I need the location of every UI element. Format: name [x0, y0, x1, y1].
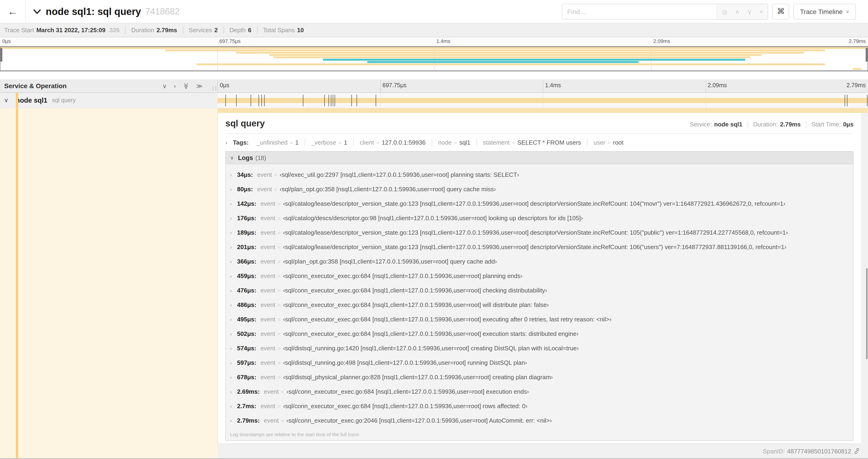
expand-all-double-chevron-right-icon[interactable]: ≫: [196, 82, 203, 89]
log-timestamp: 366μs:: [237, 258, 256, 265]
next-result-chevron-down-icon[interactable]: ∨: [747, 8, 752, 15]
column-resize-handle[interactable]: [213, 86, 216, 91]
minimap-right-scrubber-handle[interactable]: [866, 48, 868, 62]
tags-row[interactable]: › Tags: _unfinished=1_verbose=1client=12…: [225, 139, 854, 146]
duration-value: 2.79ms: [780, 121, 801, 128]
clear-find-close-icon[interactable]: ×: [759, 8, 763, 15]
log-field-key: event: [260, 402, 275, 409]
timeline-column-header: Service & Operation ∨ › ≫ ≫ 0μs697.75μs1…: [0, 79, 868, 93]
duration-value: 2.79ms: [157, 27, 177, 34]
log-field-key: event: [260, 243, 275, 251]
log-field-key: event: [260, 200, 275, 207]
tag-key: client: [360, 139, 374, 146]
log-equals: =: [281, 389, 284, 394]
log-field-key: event: [257, 171, 272, 178]
tag-item: _verbose=1: [305, 139, 353, 146]
span-row[interactable]: ∨ node sql1 sql query: [0, 93, 868, 108]
collapse-children-chevron-down-icon[interactable]: ∨: [4, 97, 8, 104]
minimap-span-rows: [0, 47, 868, 70]
ruler-tick-label: 1.4ms: [545, 82, 561, 89]
log-marker-tick: [351, 95, 352, 106]
log-row[interactable]: ›476μs:event=‹sql/conn_executor_exec.go:…: [226, 283, 853, 298]
log-row[interactable]: ›189μs:event=‹sql/catalog/lease/descript…: [226, 225, 853, 240]
log-row[interactable]: ›366μs:event=‹sql/plan_opt.go:358 [nsql1…: [226, 254, 853, 269]
link-icon[interactable]: [854, 448, 860, 454]
collapse-trace-chevron-down-icon[interactable]: [33, 9, 41, 14]
ruler-tick-label: 697.75μs: [219, 38, 241, 44]
log-row[interactable]: ›2.79ms:event=‹sql/conn_executor_exec.go…: [226, 413, 853, 428]
log-timestamp: 34μs:: [237, 171, 253, 178]
detail-left-column: [0, 113, 217, 459]
trace-view-selector-button[interactable]: Trace Timeline ∨: [794, 3, 856, 19]
log-row[interactable]: ›459μs:event=‹sql/conn_executor_exec.go:…: [226, 269, 853, 283]
log-field-value: ‹sql/plan_opt.go:358 [nsql1,client=127.0…: [283, 258, 497, 265]
total-spans-label: Total Spans: [263, 27, 295, 34]
ruler-tick-label: 2.79ms: [849, 38, 866, 44]
log-row[interactable]: ›597μs:event=‹sql/distsql_running.go:498…: [226, 355, 853, 370]
log-row[interactable]: ›486μs:event=‹sql/conn_executor_exec.go:…: [226, 298, 853, 312]
tag-key: statement: [483, 139, 509, 146]
log-row[interactable]: ›34μs:event=‹sql/exec_util.go:2297 [nsql…: [226, 167, 853, 182]
minimap-left-scrubber-handle[interactable]: [0, 48, 2, 62]
chevron-right-icon: ›: [230, 403, 237, 409]
log-row[interactable]: ›574μs:event=‹sql/distsql_running.go:142…: [226, 341, 853, 355]
tag-equals: =: [608, 140, 611, 145]
log-marker-tick: [847, 95, 847, 106]
find-input[interactable]: [563, 4, 717, 19]
top-bar: ← node sql1: sql query 7418682 ◎ ∧ ∨ × ⌘…: [0, 0, 868, 23]
tags-list: _unfinished=1_verbose=1client=127.0.0.1:…: [250, 139, 629, 146]
locate-target-icon[interactable]: ◎: [722, 8, 727, 15]
span-name-cell[interactable]: ∨ node sql1 sql query: [0, 93, 217, 108]
trace-minimap[interactable]: [0, 46, 868, 71]
logs-footnote: Log timestamps are relative to the start…: [226, 428, 853, 440]
log-timestamp: 176μs:: [237, 215, 256, 222]
back-arrow-icon: ←: [7, 5, 18, 18]
back-button[interactable]: ←: [0, 0, 26, 23]
log-timestamp: 201μs:: [237, 243, 256, 251]
chevron-right-icon: ›: [230, 172, 237, 177]
tag-item: user=root: [587, 139, 629, 146]
log-marker-tick: [335, 95, 335, 106]
log-row[interactable]: ›2.7ms:event=‹sql/conn_executor_exec.go:…: [226, 399, 853, 413]
log-row[interactable]: ›80μs:event=‹sql/plan_opt.go:358 [nsql1,…: [226, 182, 853, 196]
log-field-value: ‹sql/conn_executor_exec.go:2046 [nsql1,c…: [286, 417, 552, 424]
log-row[interactable]: ›678μs:event=‹sql/distsql_physical_plann…: [226, 370, 853, 384]
logs-section: ∨ Logs (18) ›34μs:event=‹sql/exec_util.g…: [225, 151, 854, 441]
ruler-tick-label: 2.09ms: [708, 82, 727, 89]
vertical-scrollbar-thumb[interactable]: [866, 268, 868, 359]
divider: [225, 133, 854, 134]
prev-result-chevron-up-icon[interactable]: ∧: [735, 8, 740, 15]
chevron-right-icon: ›: [230, 244, 237, 250]
log-marker-tick: [357, 95, 357, 106]
log-row[interactable]: ›201μs:event=‹sql/catalog/lease/descript…: [226, 240, 853, 254]
tag-item: statement=SELECT * FROM users: [476, 139, 587, 146]
duration-label: Duration:: [753, 121, 778, 128]
minimap-span-bar: [274, 57, 751, 58]
collapse-one-chevron-down-icon[interactable]: ∨: [162, 82, 167, 89]
expand-one-chevron-right-icon[interactable]: ›: [174, 82, 176, 89]
log-field-key: event: [260, 215, 275, 222]
log-row[interactable]: ›176μs:event=‹sql/catalog/descs/descript…: [226, 211, 853, 225]
log-row[interactable]: ›495μs:event=‹sql/conn_executor_exec.go:…: [226, 312, 853, 327]
log-row[interactable]: ›2.69ms:event=‹sql/conn_executor_exec.go…: [226, 384, 853, 399]
tag-equals: =: [454, 140, 457, 145]
logs-count: (18): [255, 154, 266, 161]
collapse-all-double-chevron-down-icon[interactable]: ≫: [183, 83, 189, 89]
depth-item: Depth 6: [223, 26, 251, 34]
span-duration-bar[interactable]: [217, 98, 868, 103]
log-row[interactable]: ›142μs:event=‹sql/catalog/lease/descript…: [226, 196, 853, 211]
keyboard-shortcuts-button[interactable]: ⌘: [773, 3, 789, 19]
detail-right-column: sql query Service: node sql1 Duration: 2…: [217, 113, 868, 459]
minimap-span-row: [0, 59, 868, 61]
log-row[interactable]: ›502μs:event=‹sql/conn_executor_exec.go:…: [226, 327, 853, 341]
logs-header[interactable]: ∨ Logs (18): [226, 152, 853, 164]
log-timestamp: 486μs:: [237, 301, 256, 308]
chevron-right-icon: ›: [230, 186, 237, 192]
log-field-value: ‹sql/distsql_physical_planner.go:828 [ns…: [283, 374, 553, 381]
divider: [748, 121, 748, 128]
logs-title: Logs: [238, 154, 253, 161]
tag-equals: =: [290, 140, 293, 145]
span-timeline-cell[interactable]: [217, 93, 868, 108]
log-field-value: ‹sql/catalog/lease/descriptor_version_st…: [283, 200, 785, 207]
services-label: Services: [189, 27, 212, 34]
